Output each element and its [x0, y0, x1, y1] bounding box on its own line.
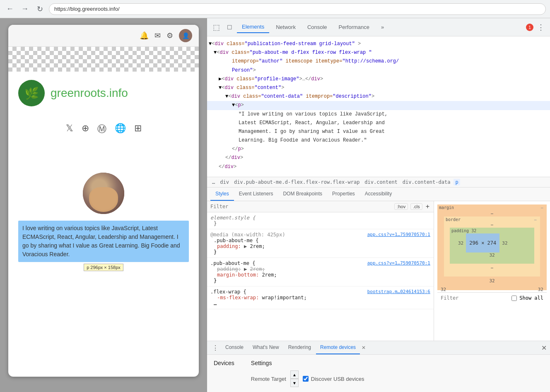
web-icon[interactable]: 🌐	[115, 123, 126, 135]
border-top-row: −	[450, 222, 534, 228]
breadcrumb-dots[interactable]: …	[210, 179, 217, 185]
spacer	[8, 139, 199, 164]
settings-title: Settings	[251, 360, 364, 366]
css-source-link2[interactable]: app.css?v=1…759070570:1	[367, 260, 430, 266]
close-bottom-panel-btn[interactable]: ✕	[541, 344, 547, 352]
html-line[interactable]: </p>	[207, 145, 550, 154]
breadcrumb-content-data[interactable]: div.content-data	[401, 179, 452, 185]
device-toggle-btn[interactable]: ☐	[224, 22, 235, 33]
sub-tab-event-listeners[interactable]: Event Listeners	[234, 188, 278, 201]
back-button[interactable]: ←	[4, 3, 16, 15]
padding-right-value: 32	[499, 233, 510, 253]
html-line[interactable]: Management. I go by sharing what I value…	[207, 127, 550, 136]
bottom-tab-close-icon[interactable]: ✕	[362, 345, 366, 351]
html-source-panel[interactable]: ▼ <div class="publication-feed-stream gr…	[207, 36, 550, 177]
site-name: greenroots.info	[51, 87, 128, 100]
discover-usb-checkbox[interactable]	[303, 376, 309, 382]
cls-button[interactable]: .cls	[410, 203, 422, 210]
user-avatar[interactable]: 👤	[179, 29, 192, 42]
address-bar[interactable]: https://blog.greenroots.info/	[49, 3, 546, 15]
content-size: 296 × 274	[469, 240, 496, 246]
padding-left-value: 32	[456, 233, 466, 253]
border-box: border − − padding 32	[444, 216, 540, 277]
html-line[interactable]: Person">	[207, 66, 550, 75]
tab-console[interactable]: Console	[302, 22, 332, 33]
html-line[interactable]: Learning. Big Foodie and Voracious Reade…	[207, 136, 550, 145]
content-row: 32 296 × 274 32	[456, 233, 528, 253]
sub-tab-styles[interactable]: Styles	[210, 188, 234, 201]
html-line[interactable]: ▼ <div class="content" >	[207, 84, 550, 92]
border-dash: −	[534, 217, 537, 223]
html-line[interactable]: ▼ <div class="pub-about-me d-flex flex-r…	[207, 48, 550, 57]
sub-tab-properties[interactable]: Properties	[327, 188, 360, 201]
avatar-image	[83, 173, 124, 214]
tab-performance[interactable]: Performance	[334, 22, 374, 33]
box-model-panel: margin − − border − −	[434, 201, 550, 341]
hov-button[interactable]: :hov	[394, 203, 408, 210]
html-line[interactable]: itemprop="author" itemscope itemtype="ht…	[207, 57, 550, 66]
sub-tab-accessibility[interactable]: Accessibility	[360, 188, 397, 201]
devtools-menu-btn[interactable]: ⋮	[535, 22, 547, 33]
styles-panel[interactable]: :hov .cls + element.style { } @media (ma…	[207, 201, 434, 341]
more-tabs-btn[interactable]: »	[376, 22, 389, 33]
devtools-panel: ⬚ ☐ Elements Network Console Performance…	[207, 18, 550, 392]
device-frame: 🔔 ✉ ⚙ 👤 🌿 greenroots.info 𝕏 ⊕ Ⓜ 🌐 ⊞	[8, 25, 199, 377]
reload-button[interactable]: ↻	[34, 3, 46, 15]
breadcrumb-pub-about-me[interactable]: div.pub-about-me.d-flex.flex-row.flex-wr…	[232, 179, 361, 185]
twitter-icon[interactable]: 𝕏	[66, 123, 73, 135]
css-rule-pub-about-me: .pub-about-me { app.css?v=1…759070570:1 …	[207, 258, 434, 286]
forward-button[interactable]: →	[19, 3, 31, 15]
html-line[interactable]: "I love writing on various topics like J…	[207, 110, 550, 119]
tab-network[interactable]: Network	[271, 22, 301, 33]
breadcrumb-content[interactable]: div.content	[363, 179, 399, 185]
mail-icon[interactable]: ✉	[154, 31, 161, 40]
bottom-tab-whats-new[interactable]: What's New	[248, 341, 283, 354]
breadcrumb-p[interactable]: p	[454, 179, 460, 185]
margin-right: 32	[538, 287, 543, 292]
padding-label: padding 32	[451, 228, 476, 233]
styles-sub-tabs: Styles Event Listeners DOM Breakpoints P…	[207, 188, 550, 201]
gear-icon[interactable]: ⚙	[166, 31, 173, 40]
html-line[interactable]: </div>	[207, 154, 550, 162]
show-all-checkbox[interactable]	[511, 296, 517, 301]
device-header: 🔔 ✉ ⚙ 👤	[8, 25, 199, 47]
tab-elements[interactable]: Elements	[237, 21, 269, 33]
bottom-tab-dots[interactable]: ⋮	[210, 341, 220, 354]
rss-icon[interactable]: ⊞	[134, 123, 142, 135]
breadcrumb-div[interactable]: div	[218, 179, 231, 185]
error-badge: 1	[526, 24, 533, 31]
html-line[interactable]: ▼ <div class="publication-feed-stream gr…	[207, 40, 550, 48]
styles-filter-input[interactable]	[210, 204, 392, 209]
filter-show-bar: Show all	[437, 292, 547, 303]
computed-filter-input[interactable]	[441, 295, 509, 301]
bottom-tab-console[interactable]: Console	[221, 341, 248, 354]
stepper-up-btn[interactable]: ▲	[290, 370, 299, 379]
html-line[interactable]: </div>	[207, 163, 550, 171]
bell-icon[interactable]: 🔔	[140, 31, 149, 40]
site-logo: 🌿	[18, 80, 45, 106]
border-top: −	[450, 222, 534, 228]
cursor-tool-btn[interactable]: ⬚	[210, 22, 222, 33]
border-bottom: −	[450, 265, 534, 271]
styles-box-model-split: :hov .cls + element.style { } @media (ma…	[207, 201, 550, 341]
sub-tab-dom-breakpoints[interactable]: DOM Breakpoints	[278, 188, 327, 201]
html-line[interactable]: ▶ <div class="profile-image" >…</div>	[207, 75, 550, 84]
stepper-down-btn[interactable]: ▼	[290, 379, 299, 387]
css-source-link3[interactable]: bootstrap.m…024614153:6	[367, 289, 430, 294]
css-rule-flex-wrap: .flex-wrap { bootstrap.m…024614153:6 -ms…	[207, 286, 434, 309]
html-line-selected[interactable]: ▼ <p>	[207, 101, 550, 110]
devtools-tab-bar: ⬚ ☐ Elements Network Console Performance…	[207, 18, 550, 36]
add-style-button[interactable]: +	[425, 203, 430, 210]
bottom-tab-remote-devices[interactable]: Remote devices	[316, 341, 360, 354]
medium-icon[interactable]: Ⓜ	[97, 123, 106, 135]
css-source-link[interactable]: app.css?v=1…759070570:1	[367, 232, 430, 237]
github-icon[interactable]: ⊕	[82, 123, 89, 135]
discover-usb-label[interactable]: Discover USB devices	[303, 376, 364, 382]
url-text: https://blog.greenroots.info/	[54, 6, 120, 12]
css-rule-element-style: element.style { }	[207, 212, 434, 229]
bottom-tab-rendering[interactable]: Rendering	[284, 341, 315, 354]
margin-box: margin − − border − −	[437, 204, 547, 290]
checkerboard-bg	[8, 47, 199, 72]
html-line[interactable]: Latest ECMAScript, React, Angular, Leade…	[207, 119, 550, 127]
html-line[interactable]: ▼ <div class="content-data" itemprop="de…	[207, 92, 550, 101]
